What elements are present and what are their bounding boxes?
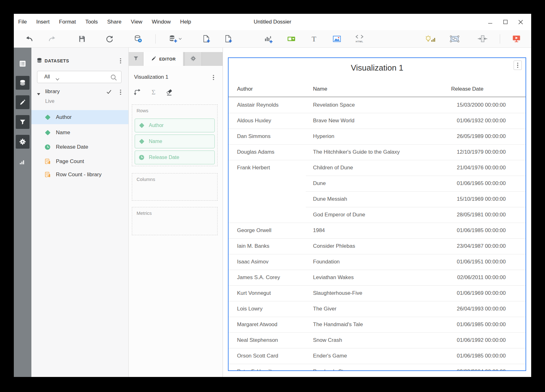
minimize-button[interactable] [485, 17, 495, 27]
chevron-down-icon[interactable] [56, 76, 59, 82]
cell-author[interactable]: Dan Simmons [237, 129, 311, 144]
column-header-author[interactable]: Author [237, 82, 253, 97]
new-chapter-button[interactable] [224, 34, 233, 44]
dataset-kebab-menu[interactable] [117, 88, 124, 96]
editor-kebab-menu[interactable] [210, 73, 217, 82]
cell-release-date[interactable]: 01/06/1985 00:00:00 [386, 223, 506, 238]
expand-triangle-icon[interactable] [37, 91, 40, 97]
html-button[interactable]: HTML [354, 34, 365, 44]
visualization-kebab-menu[interactable] [514, 61, 522, 70]
data-status-pause-button[interactable] [133, 34, 143, 44]
cell-author[interactable] [237, 176, 311, 191]
cell-release-date[interactable]: 12/10/1979 00:00:00 [386, 144, 506, 160]
cell-author[interactable] [237, 191, 311, 207]
cell-release-date[interactable]: 01/06/1985 00:00:00 [386, 317, 506, 332]
cell-release-date[interactable]: 01/06/1932 00:00:00 [386, 113, 506, 129]
cell-release-date[interactable]: 23/04/1987 00:00:00 [386, 238, 506, 254]
cell-author[interactable]: Alastair Reynolds [237, 97, 311, 113]
gear-icon [190, 55, 197, 63]
attribute-icon [139, 139, 145, 145]
cell-author[interactable]: Isaac Asimov [237, 254, 311, 270]
undo-button[interactable] [25, 34, 34, 43]
cell-release-date[interactable]: 01/06/1965 00:00:00 [386, 176, 506, 191]
cell-release-date[interactable]: 01/06/1951 00:00:00 [386, 254, 506, 270]
dataset-name[interactable]: library [45, 88, 60, 95]
dataset-field-row-count-library[interactable]: Row Count - library [31, 167, 128, 182]
cell-release-date[interactable]: 26/05/1989 00:00:00 [386, 129, 506, 144]
fit-to-window-button[interactable] [477, 34, 488, 44]
text-button[interactable]: T [310, 34, 318, 43]
cell-release-date[interactable]: 15/10/1969 00:00:00 [386, 191, 506, 207]
cell-author[interactable]: Margaret Atwood [237, 317, 311, 332]
cell-author[interactable]: Iain M. Banks [237, 238, 311, 254]
dataset-row-library[interactable]: library [31, 87, 128, 97]
rail-edit-button[interactable] [16, 95, 30, 109]
table-row: Dan SimmonsHyperion26/05/1989 00:00:00 [229, 129, 526, 144]
chip-author[interactable]: Author [135, 119, 215, 132]
presentation-mode-button[interactable] [512, 34, 521, 44]
search-scope-dropdown[interactable]: All [44, 74, 50, 80]
datasets-kebab-menu[interactable] [117, 57, 124, 65]
tab-settings[interactable] [184, 52, 202, 66]
cell-release-date[interactable]: 02/06/2011 00:00:00 [386, 270, 506, 285]
cell-release-date[interactable]: 21/04/1976 00:00:00 [386, 160, 506, 176]
save-button[interactable] [78, 34, 86, 43]
cell-release-date[interactable]: 28/05/1981 00:00:00 [386, 207, 506, 223]
redo-button[interactable] [48, 34, 57, 43]
drop-zone-label: Rows [137, 108, 148, 113]
cell-author[interactable]: Douglas Adams [237, 144, 311, 160]
add-page-button[interactable] [202, 34, 211, 44]
add-data-button[interactable] [168, 34, 182, 44]
column-header-release-date[interactable]: Release Date [451, 82, 483, 97]
cell-author[interactable]: James S.A. Corey [237, 270, 311, 285]
cell-author[interactable]: Kurt Vonnegut [237, 285, 311, 301]
refresh-button[interactable] [105, 34, 114, 43]
editor-tab-strip: EDITOR [129, 52, 223, 66]
cell-release-date[interactable]: 01/06/1985 00:00:00 [386, 348, 506, 364]
dataset-field-author[interactable]: Author [31, 110, 128, 124]
drop-zone-columns[interactable]: Columns [132, 173, 218, 201]
drop-zone-metrics[interactable]: Metrics [132, 207, 218, 235]
svg-text:HTML: HTML [356, 40, 363, 43]
cell-release-date[interactable]: 01/06/1992 00:00:00 [386, 332, 506, 348]
time-icon [139, 155, 144, 160]
tab-editor[interactable]: EDITOR [143, 52, 183, 66]
rail-datasets-button[interactable] [16, 76, 30, 90]
add-visualization-button[interactable] [264, 34, 273, 44]
clear-button[interactable] [166, 88, 173, 97]
free-form-layout-button[interactable] [449, 34, 460, 44]
rail-visualization-gallery-button[interactable] [16, 155, 30, 169]
cell-author[interactable]: Peter F. Hamilton [237, 364, 311, 370]
rail-filter-button[interactable] [16, 115, 30, 129]
rail-settings-button[interactable] [16, 135, 30, 149]
cell-release-date[interactable]: 26/04/1993 00:00:00 [386, 301, 506, 317]
rail-contents-button[interactable] [16, 57, 30, 71]
chip-release-date[interactable]: Release Date [135, 151, 215, 164]
maximize-button[interactable] [500, 17, 510, 27]
selector-control-button[interactable] [287, 34, 296, 44]
cell-author[interactable]: Frank Herbert [237, 160, 311, 176]
cell-author[interactable]: George Orwell [237, 223, 311, 238]
swap-axes-button[interactable] [133, 88, 141, 98]
insights-button[interactable] [424, 34, 437, 44]
cell-author[interactable]: Aldous Huxley [237, 113, 311, 129]
cell-release-date[interactable]: 01/06/1969 00:00:00 [386, 285, 506, 301]
cell-author[interactable]: Neal Stephenson [237, 332, 311, 348]
cell-release-date[interactable]: 15/03/2000 00:00:00 [386, 97, 506, 113]
image-button[interactable] [332, 34, 342, 44]
cell-release-date[interactable]: 02/03/2004 00:00:00 [386, 364, 506, 370]
close-button[interactable] [515, 17, 526, 27]
cell-author[interactable] [237, 207, 311, 223]
totals-button[interactable]: Σ [150, 88, 157, 97]
column-header-name[interactable]: Name [313, 82, 327, 97]
drop-zone-rows[interactable]: RowsAuthorNameRelease Date [132, 104, 218, 166]
dataset-search-field[interactable]: All [37, 71, 121, 83]
tab-filter[interactable] [129, 52, 143, 66]
dataset-field-release-date[interactable]: Release Date [31, 140, 128, 154]
dataset-field-name[interactable]: Name [31, 125, 128, 140]
search-icon[interactable] [110, 74, 117, 82]
dataset-field-page-count[interactable]: Page Count [31, 154, 128, 168]
cell-author[interactable]: Lois Lowry [237, 301, 311, 317]
cell-author[interactable]: Orson Scott Card [237, 348, 311, 364]
chip-name[interactable]: Name [135, 135, 215, 148]
